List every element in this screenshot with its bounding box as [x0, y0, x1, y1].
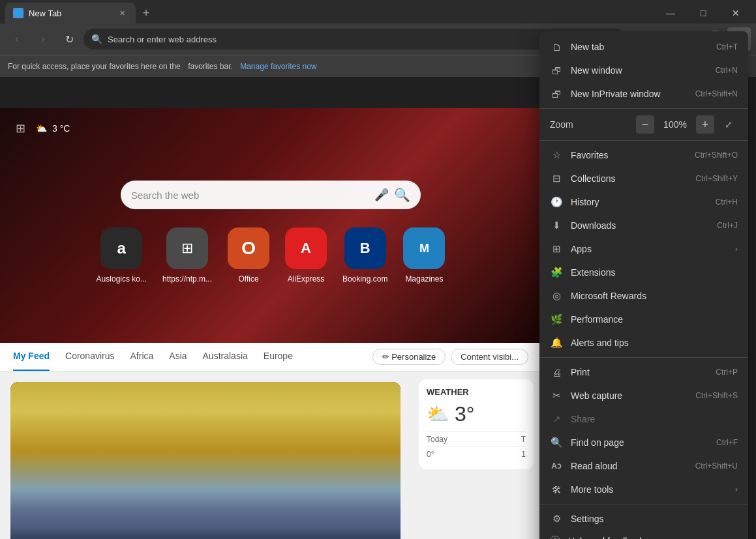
zoom-label: Zoom [550, 119, 573, 130]
quick-link-auslogics-label: Auslogics ko... [97, 274, 147, 284]
tab-my-feed[interactable]: My Feed [13, 343, 50, 371]
favorites-bar-text: favorites bar. [188, 62, 233, 71]
menu-item-webcapture[interactable]: ✂ Web capture Ctrl+Shift+S [539, 384, 748, 407]
refresh-button[interactable]: ↻ [57, 27, 81, 51]
zoom-value: 100% [659, 119, 691, 130]
mic-icon[interactable]: 🎤 [374, 188, 389, 202]
forward-button[interactable]: › [31, 27, 55, 51]
minimize-button[interactable]: — [656, 3, 686, 23]
quick-link-office[interactable]: O Office [228, 227, 269, 284]
favorites-icon: ☆ [550, 149, 563, 162]
active-tab[interactable]: 🌐 New Tab ✕ [5, 3, 136, 23]
weather-low: 0° [427, 450, 434, 459]
menu-item-help[interactable]: ? Help and feedback › [539, 531, 748, 539]
close-button[interactable]: ✕ [721, 3, 751, 23]
find-icon: 🔍 [550, 436, 563, 449]
menu-item-apps[interactable]: ⊞ Apps › [539, 237, 748, 261]
collections-menu-icon: ⊟ [550, 172, 563, 185]
tab-europe[interactable]: Europe [264, 343, 293, 371]
menu-item-new-tab-label: New tab [571, 42, 708, 52]
manage-favorites-link[interactable]: Manage favorites now [240, 62, 316, 71]
search-submit-icon[interactable]: 🔍 [394, 187, 410, 203]
tab-australasia[interactable]: Australasia [203, 343, 248, 371]
feed-tabs: My Feed Coronavirus Africa Asia Australa… [0, 343, 541, 371]
quick-link-ntp[interactable]: ⊞ https://ntp.m... [162, 227, 212, 284]
menu-item-extensions-label: Extensions [571, 267, 738, 278]
readaloud-icon: Aↄ [550, 459, 563, 473]
tab-asia[interactable]: Asia [169, 343, 187, 371]
quick-link-magazines[interactable]: M Magazines [403, 227, 445, 284]
menu-item-readaloud-label: Read aloud [571, 461, 688, 471]
menu-item-moretools-label: More tools [571, 484, 727, 495]
weather-icon: ⛅ [36, 123, 47, 134]
menu-item-moretools[interactable]: 🛠 More tools › [539, 478, 748, 501]
quick-links: a Auslogics ko... ⊞ https://ntp.m... O O… [97, 227, 446, 284]
inprivate-shortcut: Ctrl+Shift+N [695, 89, 738, 98]
search-box[interactable]: Search the web 🎤 🔍 [121, 181, 421, 209]
menu-item-new-tab[interactable]: 🗋 New tab Ctrl+T [539, 35, 748, 59]
menu-item-favorites-label: Favorites [571, 150, 687, 160]
menu-item-print[interactable]: 🖨 Print Ctrl+P [539, 360, 748, 384]
help-icon: ? [550, 536, 560, 539]
quick-link-auslogics[interactable]: a Auslogics ko... [97, 227, 147, 284]
feed-content-area: Webb telescope fully deploys sunshield i… [0, 371, 541, 539]
menu-item-apps-label: Apps [571, 244, 727, 254]
weather-temp: 3 °C [52, 123, 70, 134]
weather-today-row: Today T [427, 431, 526, 446]
menu-item-history[interactable]: 🕐 History Ctrl+H [539, 190, 748, 214]
menu-item-rewards[interactable]: ◎ Microsoft Rewards [539, 284, 748, 308]
menu-item-new-window[interactable]: 🗗 New window Ctrl+N [539, 59, 748, 82]
new-tab-icon: 🗋 [550, 40, 563, 53]
hero-section: ⊞ ⛅ 3 °C Search the web 🎤 🔍 a Auslogics … [0, 108, 541, 343]
menu-item-performance[interactable]: 🌿 Performance [539, 308, 748, 331]
menu-item-find[interactable]: 🔍 Find on page Ctrl+F [539, 431, 748, 454]
quick-link-office-label: Office [238, 274, 258, 284]
quick-link-aliexpress[interactable]: A AliExpress [285, 227, 327, 284]
menu-item-inprivate[interactable]: 🗗 New InPrivate window Ctrl+Shift+N [539, 82, 748, 106]
settings-icon: ⚙ [550, 512, 563, 525]
webcapture-shortcut: Ctrl+Shift+S [695, 391, 738, 400]
tab-africa[interactable]: Africa [130, 343, 154, 371]
article-caption: Webb telescope fully deploys sunshield i… [10, 527, 401, 539]
menu-item-collections[interactable]: ⊟ Collections Ctrl+Shift+Y [539, 167, 748, 190]
menu-item-readaloud[interactable]: Aↄ Read aloud Ctrl+Shift+U [539, 454, 748, 478]
content-visibility-button[interactable]: Content visibi... [451, 349, 528, 365]
grid-icon: ⊞ [16, 121, 25, 136]
rewards-icon: ◎ [550, 289, 563, 302]
search-placeholder: Search the web [131, 190, 369, 201]
back-button[interactable]: ‹ [5, 27, 29, 51]
menu-item-settings[interactable]: ⚙ Settings [539, 507, 748, 531]
menu-item-alerts[interactable]: 🔔 Alerts and tips [539, 331, 748, 355]
weather-today: ⛅ 3° [427, 402, 526, 426]
readaloud-shortcut: Ctrl+Shift+U [695, 461, 738, 471]
personalize-button[interactable]: ✏ Personalize [372, 349, 446, 365]
new-window-shortcut: Ctrl+N [716, 66, 738, 75]
tab-close-button[interactable]: ✕ [116, 7, 128, 19]
collections-shortcut: Ctrl+Shift+Y [695, 174, 738, 183]
quick-link-aliexpress-label: AliExpress [288, 274, 325, 284]
menu-item-downloads[interactable]: ⬇ Downloads Ctrl+J [539, 214, 748, 237]
browser-dropdown-menu: 🗋 New tab Ctrl+T 🗗 New window Ctrl+N 🗗 N… [539, 31, 748, 539]
favorites-shortcut: Ctrl+Shift+O [695, 151, 738, 160]
moretools-arrow: › [735, 485, 738, 494]
quick-link-booking[interactable]: B Booking.com [342, 227, 387, 284]
maximize-button[interactable]: □ [688, 3, 718, 23]
menu-item-favorites[interactable]: ☆ Favorites Ctrl+Shift+O [539, 143, 748, 167]
apps-icon: ⊞ [550, 242, 563, 255]
zoom-expand-button[interactable]: ⤢ [719, 115, 738, 134]
quick-link-aliexpress-icon: A [285, 227, 327, 269]
new-tab-button[interactable]: + [136, 3, 157, 23]
search-icon: 🔍 [91, 34, 102, 44]
tab-coronavirus[interactable]: Coronavirus [65, 343, 114, 371]
tab-title: New Tab [29, 8, 61, 18]
page-content: ⊞ ⛅ 3 °C Search the web 🎤 🔍 a Auslogics … [0, 108, 541, 539]
zoom-out-button[interactable]: − [636, 115, 654, 134]
feed-sidebar: WEATHER ⛅ 3° Today T 0° 1 [411, 371, 541, 539]
main-article-card[interactable]: Webb telescope fully deploys sunshield i… [10, 382, 401, 539]
downloads-icon: ⬇ [550, 219, 563, 232]
zoom-in-button[interactable]: + [696, 115, 714, 134]
menu-item-print-label: Print [571, 367, 708, 377]
menu-item-share-label: Share [571, 414, 738, 424]
menu-item-extensions[interactable]: 🧩 Extensions [539, 261, 748, 284]
history-shortcut: Ctrl+H [716, 197, 738, 207]
